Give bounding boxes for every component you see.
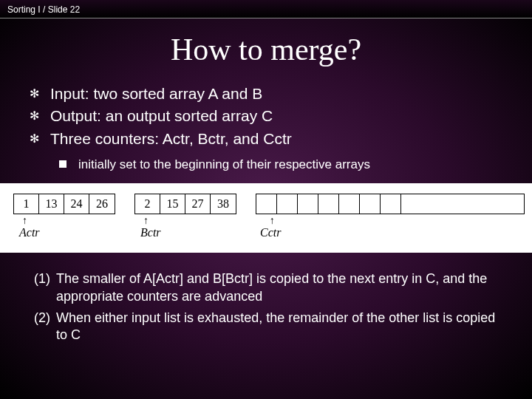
cell-c4 xyxy=(339,194,360,214)
cell-a1: 13 xyxy=(39,194,64,214)
cell-b3: 38 xyxy=(211,194,236,214)
arrow-up-icon: ↑ xyxy=(270,216,275,226)
cell-b2: 27 xyxy=(185,194,211,214)
bullet-input: Input: two sorted array A and B xyxy=(30,83,517,104)
cctr-label: Cctr xyxy=(260,226,281,239)
cell-c1 xyxy=(277,194,298,214)
arrow-up-icon: ↑ xyxy=(143,216,149,226)
array-c xyxy=(256,194,525,214)
step-1: (1) The smaller of A[Actr] and B[Bctr] i… xyxy=(34,270,498,305)
bullet-output: Output: an output sorted array C xyxy=(30,106,517,126)
pointer-cctr: ↑ Cctr xyxy=(260,216,281,239)
steps-list: (1) The smaller of A[Actr] and B[Bctr] i… xyxy=(34,270,498,344)
cell-c5 xyxy=(360,194,381,214)
cell-c7 xyxy=(401,194,422,214)
course-name: Sorting I xyxy=(7,4,41,15)
step-2: (2) When either input list is exhausted,… xyxy=(34,310,498,344)
pointer-actr: ↑ Actr xyxy=(19,216,40,239)
array-a-group: 1 13 24 26 ↑ Actr xyxy=(13,194,115,239)
cell-c2 xyxy=(298,194,318,214)
array-b-group: 2 15 27 38 ↑ Bctr xyxy=(134,194,236,239)
array-b: 2 15 27 38 xyxy=(134,194,236,214)
step-2-text: When either input list is exhausted, the… xyxy=(56,310,498,344)
step-1-text: The smaller of A[Actr] and B[Bctr] is co… xyxy=(56,270,498,305)
merge-diagram: 1 13 24 26 ↑ Actr 2 15 27 38 ↑ Bctr xyxy=(0,183,532,253)
subbullet-initial: initially set to the beginning of their … xyxy=(59,157,532,173)
cell-c6 xyxy=(381,194,401,214)
cell-b0: 2 xyxy=(135,194,160,214)
slide-title: How to merge? xyxy=(0,32,532,67)
cell-c0 xyxy=(256,194,277,214)
cell-c3 xyxy=(318,194,339,214)
bullet-counters: Three counters: Actr, Bctr, and Cctr xyxy=(30,129,517,149)
arrow-up-icon: ↑ xyxy=(22,216,27,226)
step-2-num: (2) xyxy=(34,310,56,344)
pointer-bctr: ↑ Bctr xyxy=(140,216,161,239)
subbullet-list: initially set to the beginning of their … xyxy=(59,157,532,173)
bctr-label: Bctr xyxy=(140,226,161,239)
bullet-list: Input: two sorted array A and B Output: … xyxy=(30,83,517,149)
cell-b1: 15 xyxy=(160,194,185,214)
slide-header: Sorting I / Slide 22 xyxy=(0,0,532,18)
array-a: 1 13 24 26 xyxy=(13,194,115,214)
cell-a3: 26 xyxy=(89,194,115,214)
actr-label: Actr xyxy=(19,226,40,239)
header-sep: / xyxy=(43,4,45,15)
step-1-num: (1) xyxy=(34,270,56,305)
slide-number: Slide 22 xyxy=(48,4,80,15)
cell-a0: 1 xyxy=(14,194,39,214)
cell-a2: 24 xyxy=(64,194,89,214)
array-c-group: ↑ Cctr xyxy=(256,194,525,239)
